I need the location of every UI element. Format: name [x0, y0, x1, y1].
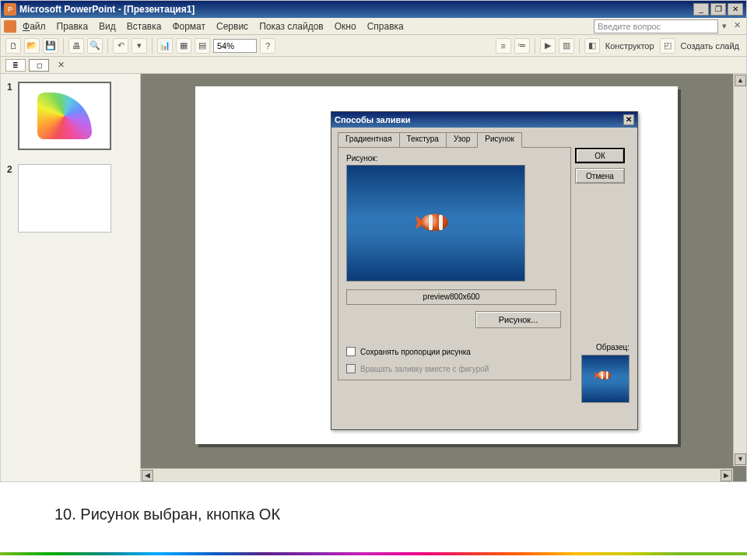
- tab-pattern[interactable]: Узор: [446, 132, 478, 148]
- menu-slideshow[interactable]: Показ слайдов: [254, 19, 328, 33]
- lock-aspect-checkbox[interactable]: Сохранять пропорции рисунка: [346, 347, 471, 356]
- chart-icon[interactable]: 📊: [157, 38, 173, 54]
- help-icon[interactable]: ?: [260, 38, 275, 54]
- titlebar: P Microsoft PowerPoint - [Презентация1] …: [1, 1, 746, 18]
- dialog-title: Способы заливки: [335, 115, 410, 124]
- design-icon[interactable]: ◧: [584, 38, 600, 54]
- columns-icon[interactable]: ▥: [559, 38, 574, 54]
- save-icon[interactable]: 💾: [43, 38, 58, 54]
- ask-dropdown-icon[interactable]: ▾: [720, 21, 729, 31]
- menubar: Файл Правка Вид Вставка Формат Сервис По…: [1, 18, 746, 35]
- menu-format[interactable]: Формат: [167, 19, 210, 33]
- restore-button[interactable]: ❐: [710, 3, 726, 16]
- menu-file[interactable]: Файл: [18, 19, 51, 33]
- open-icon[interactable]: 📂: [24, 38, 40, 54]
- thumb-number: 1: [7, 82, 18, 93]
- ask-question-input[interactable]: Введите вопрос: [594, 19, 718, 33]
- slides-panel: 1 2: [1, 74, 141, 481]
- select-picture-button[interactable]: Рисунок...: [475, 311, 561, 328]
- picture-label: Рисунок:: [346, 154, 563, 163]
- new-slide-icon[interactable]: ◰: [660, 38, 675, 54]
- new-icon[interactable]: 🗋: [5, 38, 21, 54]
- fill-effects-dialog: Способы заливки ✕ Градиентная Текстура У…: [331, 111, 638, 430]
- scroll-up-icon[interactable]: ▲: [735, 75, 746, 86]
- sample-label: Образец:: [596, 343, 630, 352]
- pane-close-button[interactable]: ✕: [55, 60, 66, 70]
- zoom-input[interactable]: 54%: [213, 39, 257, 53]
- slides-view-tab[interactable]: ◻: [29, 59, 49, 72]
- print-icon[interactable]: 🖶: [68, 38, 84, 54]
- thumb-number: 2: [7, 164, 18, 175]
- picture-filename: preview800x600: [346, 289, 556, 305]
- menu-tools[interactable]: Сервис: [212, 19, 253, 33]
- tables-icon[interactable]: ▤: [195, 38, 210, 54]
- scroll-down-icon[interactable]: ▼: [735, 453, 746, 465]
- menu-window[interactable]: Окно: [330, 19, 361, 33]
- clownfish-image: [416, 211, 454, 234]
- scroll-right-icon[interactable]: ▶: [721, 470, 732, 481]
- vertical-scrollbar[interactable]: ▲ ▼: [733, 74, 746, 466]
- minimize-button[interactable]: _: [693, 3, 709, 16]
- slide-thumbnail-2[interactable]: [18, 164, 111, 233]
- table-icon[interactable]: ▦: [176, 38, 191, 54]
- clownfish-image-small: [594, 369, 614, 381]
- new-slide-button[interactable]: Создать слайд: [679, 41, 742, 51]
- standard-toolbar: 🗋 📂 💾 🖶 🔍 ↶ ▾ 📊 ▦ ▤ 54% ? ≡ ≔ ▶ ▥ ◧ Конс…: [1, 35, 746, 57]
- tab-texture[interactable]: Текстура: [399, 132, 447, 148]
- undo-icon[interactable]: ↶: [113, 38, 128, 54]
- doc-icon: [4, 20, 16, 33]
- dialog-tabs: Градиентная Текстура Узор Рисунок: [338, 132, 631, 148]
- menu-edit[interactable]: Правка: [52, 19, 93, 33]
- lesson-caption: 10. Рисунок выбран, кнопка ОК: [54, 506, 280, 523]
- rotate-fill-checkbox: Вращать заливку вместе с фигурой: [346, 364, 489, 373]
- designer-button[interactable]: Конструктор: [603, 41, 657, 51]
- view-tabs: ≣ ◻ ✕: [1, 57, 746, 74]
- picture-tab-panel: Рисунок: preview800x600 Рисунок... Сохра…: [338, 147, 571, 380]
- dialog-titlebar: Способы заливки ✕: [331, 112, 637, 128]
- increase-indent-icon[interactable]: ▶: [540, 38, 556, 54]
- redo-icon[interactable]: ▾: [132, 38, 147, 54]
- cancel-button[interactable]: Отмена: [575, 168, 625, 184]
- decorative-rainbow-bar: [0, 552, 747, 555]
- powerpoint-icon: P: [4, 3, 16, 16]
- ok-button[interactable]: ОК: [575, 148, 625, 163]
- menu-insert[interactable]: Вставка: [122, 19, 167, 33]
- scroll-left-icon[interactable]: ◀: [142, 470, 153, 481]
- sample-preview: [581, 355, 630, 403]
- numbering-icon[interactable]: ≔: [514, 38, 530, 54]
- menu-view[interactable]: Вид: [94, 19, 121, 33]
- app-title: Microsoft PowerPoint - [Презентация1]: [19, 4, 195, 15]
- menu-help[interactable]: Справка: [363, 19, 409, 33]
- preview-icon[interactable]: 🔍: [87, 38, 103, 54]
- tab-gradient[interactable]: Градиентная: [338, 132, 400, 148]
- slide-thumbnail-1[interactable]: [18, 82, 111, 150]
- tab-picture[interactable]: Рисунок: [477, 132, 522, 148]
- bullets-icon[interactable]: ≡: [496, 38, 511, 54]
- close-button[interactable]: ✕: [728, 3, 743, 16]
- doc-close-button[interactable]: ✕: [731, 20, 743, 33]
- horizontal-scrollbar[interactable]: ◀ ▶: [141, 468, 733, 481]
- dialog-close-button[interactable]: ✕: [623, 114, 634, 125]
- picture-preview: [346, 165, 525, 282]
- outline-view-tab[interactable]: ≣: [5, 59, 26, 72]
